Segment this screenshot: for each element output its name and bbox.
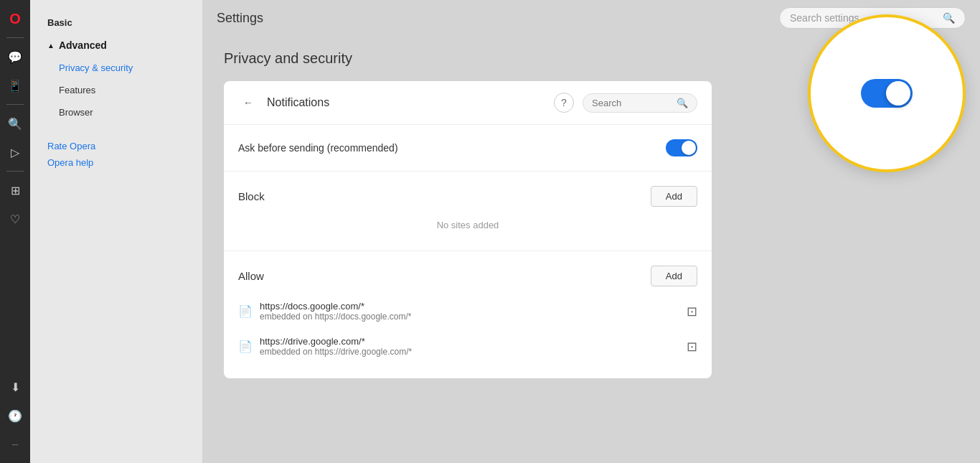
downloads-icon[interactable]: ⬇ (2, 374, 28, 400)
icon-bar: O 💬 📱 🔍 ▷ ⊞ ♡ ⬇ 🕐 ··· (0, 0, 30, 463)
block-section: Block Add No sites added (224, 172, 712, 251)
site-action-docs[interactable]: ⊡ (687, 304, 697, 319)
allow-section: Allow Add 📄 https://docs.google.com/* em… (224, 251, 712, 378)
more-icon[interactable]: ··· (2, 431, 28, 457)
history-icon[interactable]: 🕐 (2, 403, 28, 429)
callout-toggle[interactable] (861, 79, 913, 108)
bookmarks-icon[interactable]: ♡ (2, 206, 28, 232)
back-button[interactable]: ← (238, 93, 258, 113)
site-icon-drive: 📄 (238, 340, 253, 354)
panel-header: ← Notifications ? 🔍 (224, 81, 712, 125)
sidebar-item-advanced[interactable]: ▲ Advanced (30, 34, 202, 57)
block-add-button[interactable]: Add (651, 186, 697, 207)
toggle-knob (682, 141, 696, 155)
search-icon[interactable]: 🔍 (2, 111, 28, 136)
block-label: Block (238, 190, 265, 202)
ask-before-label: Ask before sending (recommended) (238, 142, 398, 154)
messenger-icon[interactable]: 💬 (2, 44, 28, 70)
allow-header: Allow Add (238, 266, 697, 286)
no-sites-label: No sites added (238, 214, 697, 236)
top-bar-left: Settings (217, 11, 263, 26)
divider-2 (6, 104, 24, 105)
extensions-icon[interactable]: ⊞ (2, 177, 28, 203)
rate-opera-link[interactable]: Rate Opera (47, 141, 185, 151)
callout-toggle-knob (886, 81, 910, 106)
site-url-docs: https://docs.google.com/* (260, 301, 679, 312)
sidebar-links: Rate Opera Opera help (30, 141, 202, 168)
panel-title: Notifications (267, 96, 545, 109)
sidebar: Basic ▲ Advanced Privacy & security Feat… (30, 0, 202, 463)
panel-search-icon: 🔍 (677, 98, 688, 108)
settings-title: Settings (217, 11, 263, 26)
ask-before-row: Ask before sending (recommended) (238, 139, 697, 156)
opera-help-link[interactable]: Opera help (47, 157, 185, 168)
search-settings-icon: 🔍 (943, 12, 955, 24)
opera-logo[interactable]: O (2, 6, 28, 32)
sidebar-item-browser[interactable]: Browser (30, 101, 202, 123)
ask-before-section: Ask before sending (recommended) (224, 125, 712, 172)
ask-before-toggle[interactable] (666, 139, 697, 156)
discover-icon[interactable]: ▷ (2, 139, 28, 165)
site-info-docs: https://docs.google.com/* embedded on ht… (260, 301, 679, 322)
site-icon-docs: 📄 (238, 304, 253, 319)
divider-3 (6, 171, 24, 172)
site-action-drive[interactable]: ⊡ (687, 339, 697, 355)
site-entry-docs: 📄 https://docs.google.com/* embedded on … (238, 294, 697, 329)
sidebar-item-privacy-security[interactable]: Privacy & security (30, 57, 202, 79)
notification-panel: ← Notifications ? 🔍 Ask before sending (… (224, 81, 712, 378)
sidebar-item-features[interactable]: Features (30, 79, 202, 101)
allow-label: Allow (238, 270, 264, 282)
site-entry-drive: 📄 https://drive.google.com/* embedded on… (238, 329, 697, 364)
help-icon[interactable]: ? (554, 93, 574, 113)
sidebar-item-basic[interactable]: Basic (30, 11, 202, 34)
divider-1 (6, 37, 24, 38)
block-header: Block Add (238, 186, 697, 207)
whatsapp-icon[interactable]: 📱 (2, 73, 28, 98)
chevron-down-icon: ▲ (47, 42, 55, 50)
site-info-drive: https://drive.google.com/* embedded on h… (260, 336, 679, 357)
allow-add-button[interactable]: Add (651, 266, 697, 286)
callout-overlay (808, 14, 966, 172)
panel-search-input[interactable] (592, 98, 672, 108)
site-embedded-docs: embedded on https://docs.google.com/* (260, 312, 679, 322)
site-url-drive: https://drive.google.com/* (260, 336, 679, 347)
panel-search[interactable]: 🔍 (583, 93, 697, 113)
site-embedded-drive: embedded on https://drive.google.com/* (260, 347, 679, 357)
